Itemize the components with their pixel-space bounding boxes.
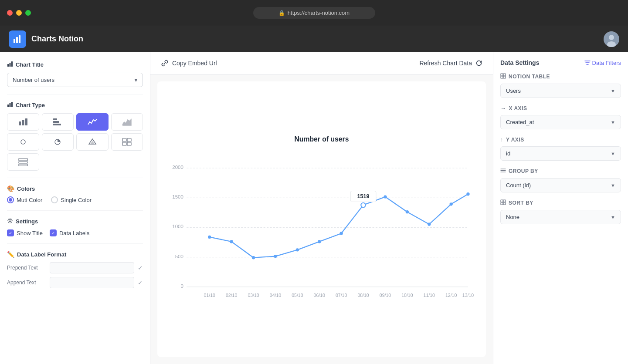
sort-by-value: None: [506, 214, 519, 220]
svg-rect-80: [503, 202, 506, 205]
y-axis-label: Y Axis: [506, 137, 524, 143]
svg-text:11/10: 11/10: [424, 293, 435, 298]
chart-title-icon: [7, 61, 13, 68]
svg-rect-27: [19, 162, 27, 163]
sort-by-section: Sort By None ▼: [500, 199, 621, 224]
colors-label: Colors: [17, 185, 35, 192]
multi-color-radio: [7, 196, 14, 203]
svg-text:13/10: 13/10: [462, 293, 474, 298]
svg-rect-28: [19, 164, 27, 166]
svg-rect-12: [19, 121, 21, 125]
notion-table-dropdown[interactable]: Users ▼: [500, 84, 621, 98]
y-axis-arrow-icon: ▼: [611, 151, 615, 156]
divider-3: [7, 210, 143, 211]
svg-point-18: [21, 140, 25, 144]
svg-point-56: [252, 256, 255, 259]
maximize-button[interactable]: [25, 10, 31, 16]
notion-table-value: Users: [506, 88, 521, 94]
single-color-option[interactable]: Single Color: [51, 196, 92, 203]
refresh-button[interactable]: Refresh Chart Data: [419, 60, 482, 67]
sort-by-dropdown[interactable]: None ▼: [500, 210, 621, 224]
group-by-dropdown[interactable]: Count (id) ▼: [500, 178, 621, 192]
svg-text:01/10: 01/10: [204, 293, 215, 298]
chart-type-pie[interactable]: [42, 133, 74, 151]
svg-text:1519: 1519: [357, 193, 370, 199]
svg-rect-78: [503, 200, 506, 202]
titlebar: 🔒 https://charts-notion.com: [0, 0, 628, 26]
chart-type-label: Chart Type: [16, 102, 45, 108]
colors-section-header: 🎨 Colors: [7, 185, 143, 192]
sort-by-label: Sort By: [509, 200, 533, 206]
close-button[interactable]: [7, 10, 13, 16]
y-axis-dropdown[interactable]: id ▼: [500, 146, 621, 161]
app-logo: Charts Notion: [9, 30, 83, 48]
chart-title-select[interactable]: Number of users: [7, 73, 143, 87]
chart-type-bar-h[interactable]: [42, 113, 74, 131]
svg-point-59: [318, 240, 321, 243]
multi-color-option[interactable]: Muti Color: [7, 196, 42, 203]
svg-rect-16: [53, 121, 59, 123]
svg-point-69: [361, 203, 366, 208]
svg-point-66: [466, 192, 469, 195]
svg-point-62: [384, 195, 387, 198]
prepend-check-icon[interactable]: ✓: [138, 264, 143, 271]
svg-rect-0: [14, 39, 15, 43]
x-axis-label: X Axis: [509, 105, 527, 111]
prepend-text-input[interactable]: [50, 262, 134, 273]
append-text-input[interactable]: [50, 277, 134, 288]
svg-rect-24: [122, 142, 126, 145]
svg-rect-14: [25, 118, 27, 125]
svg-rect-1: [16, 37, 18, 43]
chart-type-row3: [7, 153, 143, 171]
chart-type-bar[interactable]: [7, 113, 39, 131]
svg-rect-7: [10, 63, 11, 67]
svg-point-4: [609, 35, 614, 40]
data-label-format-header: ✏️ Data Label Format: [7, 251, 143, 258]
svg-point-55: [230, 240, 233, 243]
svg-text:05/10: 05/10: [292, 293, 303, 298]
chart-type-table[interactable]: [111, 133, 143, 151]
chart-type-scatter[interactable]: [7, 133, 39, 151]
chart-type-line[interactable]: [76, 113, 109, 131]
single-color-radio: [51, 196, 58, 203]
y-axis-header: ↑ Y Axis: [500, 136, 621, 143]
divider-1: [7, 94, 143, 94]
svg-point-63: [406, 210, 409, 213]
svg-rect-2: [19, 35, 20, 43]
svg-rect-11: [11, 102, 13, 107]
chart-type-pivot[interactable]: [7, 153, 39, 171]
chart-type-section-header: Chart Type: [7, 101, 143, 109]
svg-rect-72: [501, 76, 503, 78]
x-axis-arrow-icon: ▼: [611, 120, 615, 125]
copy-embed-button[interactable]: Copy Embed Url: [161, 59, 217, 67]
user-avatar[interactable]: [604, 31, 619, 47]
data-filters-label: Data Filters: [592, 60, 621, 66]
notion-table-label: Notion Table: [509, 74, 550, 80]
show-title-option[interactable]: ✓ Show Title: [7, 229, 43, 236]
data-labels-label: Data Labels: [59, 230, 89, 236]
svg-text:2000: 2000: [172, 165, 183, 170]
x-axis-dropdown[interactable]: Created_at ▼: [500, 115, 621, 129]
chart-inner: Number of users 0 500 1000 1500 2000 01/…: [166, 90, 477, 348]
notion-table-section: Notion Table Users ▼: [500, 73, 621, 98]
svg-text:04/10: 04/10: [270, 293, 281, 298]
app-title: Charts Notion: [31, 34, 83, 44]
url-bar[interactable]: 🔒 https://charts-notion.com: [253, 7, 375, 19]
chart-area: Copy Embed Url Refresh Chart Data Number…: [150, 52, 493, 364]
prepend-text-label: Prepend Text: [7, 265, 46, 271]
append-check-icon[interactable]: ✓: [138, 279, 143, 286]
chart-type-area[interactable]: [111, 113, 143, 131]
svg-point-60: [339, 232, 343, 235]
data-filters-button[interactable]: Data Filters: [584, 60, 621, 66]
settings-label: Settings: [16, 218, 38, 225]
svg-rect-9: [7, 104, 9, 107]
minimize-button[interactable]: [16, 10, 22, 16]
group-by-section: Group By Count (id) ▼: [500, 168, 621, 192]
chart-type-radar[interactable]: [76, 133, 109, 151]
data-labels-option[interactable]: ✓ Data Labels: [50, 229, 89, 236]
x-axis-icon: →: [500, 105, 506, 111]
show-title-checkbox: ✓: [7, 229, 14, 236]
svg-text:10/10: 10/10: [401, 293, 413, 298]
chart-title-select-wrapper: Number of users ▼: [7, 73, 143, 87]
group-by-label: Group By: [509, 168, 538, 174]
